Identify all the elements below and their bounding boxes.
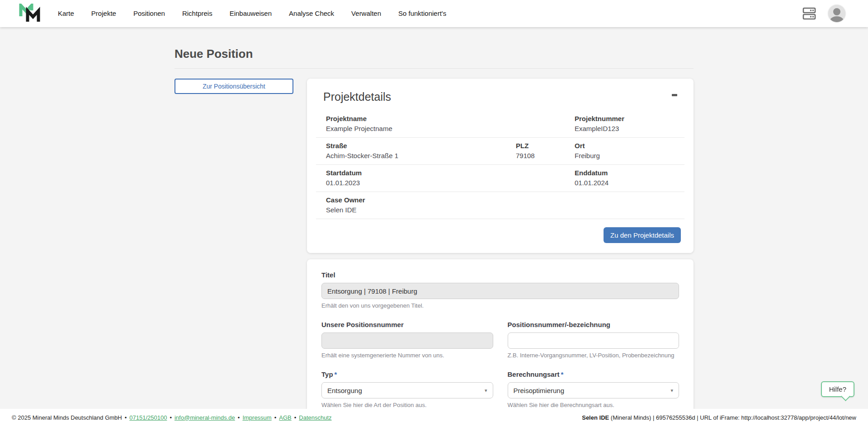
ort-value: Freiburg (575, 152, 675, 159)
required-marker: * (335, 370, 337, 378)
footer-copyright: © 2025 Mineral Minds Deutschland GmbH (12, 414, 122, 421)
unsere-positionsnummer-helper: Erhält eine systemgenerierte Nummer von … (321, 352, 493, 359)
left-column: Zur Positionsübersicht (175, 79, 293, 94)
plz-value: 79108 (516, 152, 575, 159)
nav-item-verwalten[interactable]: Verwalten (351, 0, 381, 27)
positionsnummer-field-block: Positionsnummer/-bezeichnung Z.B. Intern… (508, 321, 679, 359)
footer-separator: • (294, 414, 297, 421)
right-column: Projektdetails Projektname Example Proje… (307, 79, 693, 426)
avatar-shoulders (830, 16, 844, 22)
footer-user-name: Selen IDE (582, 414, 609, 421)
berechnungsart-select[interactable]: Preisoptimierung ▾ (508, 382, 679, 398)
footer: © 2025 Mineral Minds Deutschland GmbH • … (0, 409, 868, 426)
projektnummer-value: ExampleID123 (575, 125, 675, 132)
table-row: Straße Achim-Stocker-Straße 1 PLZ 79108 … (316, 138, 684, 165)
footer-separator: • (238, 414, 240, 421)
titel-label: Titel (321, 271, 679, 279)
typ-label: Typ* (321, 370, 493, 378)
positionsnummer-input[interactable] (508, 332, 679, 349)
top-navbar: Karte Projekte Positionen Richtpreis Ein… (0, 0, 868, 27)
berechnungsart-label: Berechnungsart* (508, 370, 679, 378)
berechnungsart-field-block: Berechnungsart* Preisoptimierung ▾ Wähle… (508, 370, 679, 408)
positionsnummer-helper: Z.B. Interne-Vorgangsnummer, LV-Position… (508, 352, 679, 359)
plz-label: PLZ (516, 142, 575, 150)
strasse-value: Achim-Stocker-Straße 1 (326, 152, 516, 159)
new-position-form-card: Titel Erhält den von uns vorgegebenen Ti… (307, 259, 693, 426)
projektname-value: Example Projectname (326, 125, 575, 132)
footer-impressum-link[interactable]: Impressum (242, 414, 271, 421)
footer-phone-link[interactable]: 07151/250100 (129, 414, 167, 421)
main-nav: Karte Projekte Positionen Richtpreis Ein… (58, 0, 446, 27)
typ-helper: Wählen Sie hier die Art der Position aus… (321, 402, 493, 408)
titel-input (321, 283, 679, 299)
footer-separator: • (170, 414, 172, 421)
minus-icon (672, 94, 677, 96)
titel-helper: Erhält den von uns vorgegebenen Titel. (321, 302, 679, 309)
project-details-card: Projektdetails Projektname Example Proje… (307, 79, 693, 253)
titel-field-block: Titel Erhält den von uns vorgegebenen Ti… (321, 271, 679, 309)
help-bubble-button[interactable]: Hilfe? (821, 381, 854, 397)
strasse-label: Straße (326, 142, 516, 150)
project-details-title: Projektdetails (323, 90, 391, 103)
startdatum-value: 01.01.2023 (326, 179, 575, 187)
mineral-minds-logo-icon[interactable] (19, 4, 42, 23)
case-owner-label: Case Owner (326, 196, 675, 204)
unsere-positionsnummer-input (321, 332, 493, 349)
title-divider (175, 68, 693, 69)
nav-item-positionen[interactable]: Positionen (133, 0, 165, 27)
back-to-positions-button[interactable]: Zur Positionsübersicht (175, 79, 293, 94)
nav-item-so-funktionierts[interactable]: So funktioniert's (398, 0, 446, 27)
nav-item-richtpreis[interactable]: Richtpreis (182, 0, 212, 27)
required-marker: * (561, 370, 564, 378)
table-row: Case Owner Selen IDE (316, 192, 684, 219)
footer-left: © 2025 Mineral Minds Deutschland GmbH • … (12, 414, 332, 421)
footer-user-details: (Mineral Minds) | 69576255536d | URL of … (609, 414, 856, 421)
footer-separator: • (274, 414, 277, 421)
ort-label: Ort (575, 142, 675, 150)
nav-item-analyse-check[interactable]: Analyse Check (289, 0, 334, 27)
chevron-down-icon: ▾ (485, 388, 487, 393)
typ-field-block: Typ* Entsorgung ▾ Wählen Sie hier die Ar… (321, 370, 493, 408)
projektname-label: Projektname (326, 115, 575, 122)
server-icon[interactable] (802, 7, 816, 20)
avatar-head (833, 8, 840, 15)
unsere-positionsnummer-label: Unsere Positionsnummer (321, 321, 493, 328)
case-owner-value: Selen IDE (326, 206, 675, 214)
typ-select-value: Entsorgung (327, 387, 362, 394)
collapse-card-button[interactable] (669, 90, 680, 100)
berechnungsart-select-value: Preisoptimierung (514, 387, 565, 394)
table-row: Startdatum 01.01.2023 Enddatum 01.01.202… (316, 165, 684, 192)
footer-email-link[interactable]: info@mineral-minds.de (175, 414, 235, 421)
footer-separator: • (125, 414, 127, 421)
footer-user-info: Selen IDE (Mineral Minds) | 69576255536d… (582, 414, 856, 421)
user-avatar-icon[interactable] (828, 5, 845, 22)
table-row: Projektname Example Projectname Projektn… (316, 111, 684, 138)
page-title: Neue Position (175, 47, 693, 68)
enddatum-value: 01.01.2024 (575, 179, 675, 187)
typ-select[interactable]: Entsorgung ▾ (321, 382, 493, 398)
chevron-down-icon: ▾ (670, 388, 673, 393)
enddatum-label: Enddatum (575, 169, 675, 177)
nav-item-karte[interactable]: Karte (58, 0, 74, 27)
berechnungsart-helper: Wählen Sie hier die Berechnungsart aus. (508, 402, 679, 408)
positionsnummer-label: Positionsnummer/-bezeichnung (508, 321, 679, 328)
startdatum-label: Startdatum (326, 169, 575, 177)
footer-datenschutz-link[interactable]: Datenschutz (299, 414, 331, 421)
projektnummer-label: Projektnummer (575, 115, 675, 122)
nav-item-einbauweisen[interactable]: Einbauweisen (230, 0, 272, 27)
project-details-rows: Projektname Example Projectname Projektn… (316, 111, 684, 219)
nav-item-projekte[interactable]: Projekte (91, 0, 116, 27)
main-content: Neue Position Zur Positionsübersicht Pro… (175, 27, 693, 426)
go-to-project-details-button[interactable]: Zu den Projektdetails (604, 227, 681, 243)
unsere-positionsnummer-field-block: Unsere Positionsnummer Erhält eine syste… (321, 321, 493, 359)
footer-agb-link[interactable]: AGB (279, 414, 291, 421)
